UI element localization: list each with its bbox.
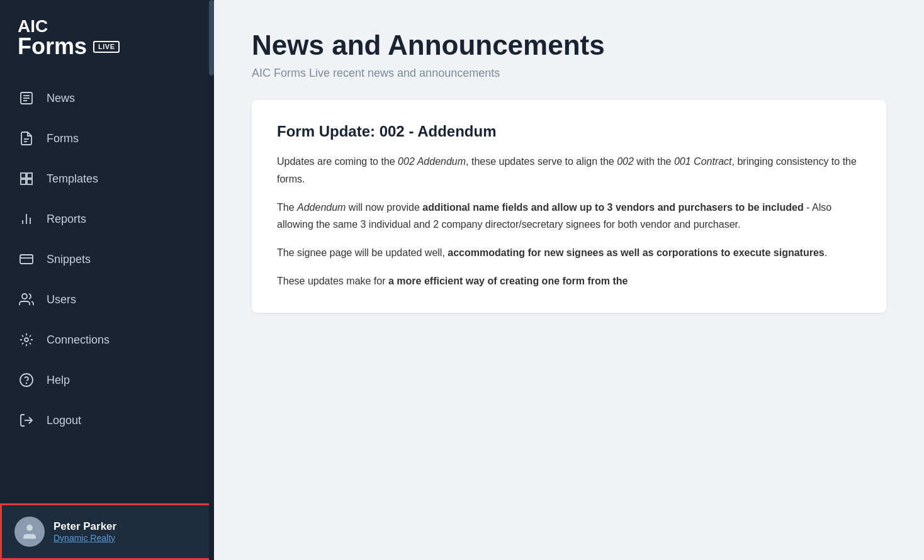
sidebar-item-news[interactable]: News xyxy=(0,78,214,118)
svg-rect-13 xyxy=(20,255,33,264)
snippets-icon xyxy=(18,250,35,268)
page-subtitle: AIC Forms Live recent news and announcem… xyxy=(252,67,886,80)
sidebar-item-logout[interactable]: Logout xyxy=(0,400,214,440)
news-card-title: Form Update: 002 - Addendum xyxy=(277,123,861,140)
sidebar-item-logout-label: Logout xyxy=(47,414,81,427)
sidebar-item-users[interactable]: Users xyxy=(0,279,214,320)
sidebar-nav: News Forms Templates Reports xyxy=(0,73,214,503)
avatar xyxy=(14,517,45,547)
svg-rect-7 xyxy=(27,173,32,178)
sidebar-item-reports-label: Reports xyxy=(47,213,86,226)
logo-aic: AIC xyxy=(18,18,196,35)
news-card: Form Update: 002 - Addendum Updates are … xyxy=(252,100,886,312)
forms-icon xyxy=(18,130,35,147)
sidebar-scrollbar[interactable] xyxy=(209,0,214,560)
news-icon xyxy=(18,89,35,107)
sidebar-item-help-label: Help xyxy=(47,374,70,387)
sidebar-item-forms[interactable]: Forms xyxy=(0,118,214,159)
content-area: Form Update: 002 - Addendum Updates are … xyxy=(214,100,924,337)
news-paragraph-2: The Addendum will now provide additional… xyxy=(277,199,861,233)
svg-rect-8 xyxy=(21,179,26,184)
sidebar-item-templates-label: Templates xyxy=(47,172,98,186)
scrollbar-thumb xyxy=(209,0,214,76)
user-company[interactable]: Dynamic Realty xyxy=(54,533,116,543)
svg-point-20 xyxy=(26,525,33,531)
svg-rect-9 xyxy=(27,179,32,184)
page-title: News and Announcements xyxy=(252,30,886,60)
news-paragraph-3: The signee page will be updated well, ac… xyxy=(277,244,861,261)
sidebar-item-help[interactable]: Help xyxy=(0,360,214,400)
reports-icon xyxy=(18,210,35,228)
users-icon xyxy=(18,291,35,308)
news-paragraph-4: These updates make for a more efficient … xyxy=(277,272,861,289)
news-paragraph-1: Updates are coming to the 002 Addendum, … xyxy=(277,153,861,187)
sidebar-item-forms-label: Forms xyxy=(47,132,79,145)
logo-forms: Forms LIVE xyxy=(18,35,196,58)
svg-point-17 xyxy=(20,374,33,386)
svg-point-15 xyxy=(22,294,27,299)
page-header: News and Announcements AIC Forms Live re… xyxy=(214,0,924,100)
user-info: Peter Parker Dynamic Realty xyxy=(54,520,116,543)
main-content: News and Announcements AIC Forms Live re… xyxy=(214,0,924,560)
connections-icon xyxy=(18,331,35,349)
sidebar-item-connections[interactable]: Connections xyxy=(0,320,214,360)
logout-icon xyxy=(18,412,35,429)
svg-point-16 xyxy=(25,338,28,342)
avatar-icon xyxy=(20,522,39,541)
sidebar-item-templates[interactable]: Templates xyxy=(0,159,214,199)
sidebar-item-news-label: News xyxy=(47,92,75,105)
sidebar-item-users-label: Users xyxy=(47,293,76,306)
sidebar-item-reports[interactable]: Reports xyxy=(0,199,214,239)
sidebar-item-snippets[interactable]: Snippets xyxy=(0,239,214,279)
help-icon xyxy=(18,371,35,389)
sidebar: AIC Forms LIVE News Forms Templates xyxy=(0,0,214,560)
app-logo: AIC Forms LIVE xyxy=(0,0,214,73)
templates-icon xyxy=(18,170,35,188)
sidebar-item-connections-label: Connections xyxy=(47,333,110,347)
svg-rect-6 xyxy=(21,173,26,178)
live-badge: LIVE xyxy=(93,41,120,53)
user-name: Peter Parker xyxy=(54,520,116,533)
user-profile[interactable]: Peter Parker Dynamic Realty xyxy=(0,503,214,560)
sidebar-item-snippets-label: Snippets xyxy=(47,253,91,266)
